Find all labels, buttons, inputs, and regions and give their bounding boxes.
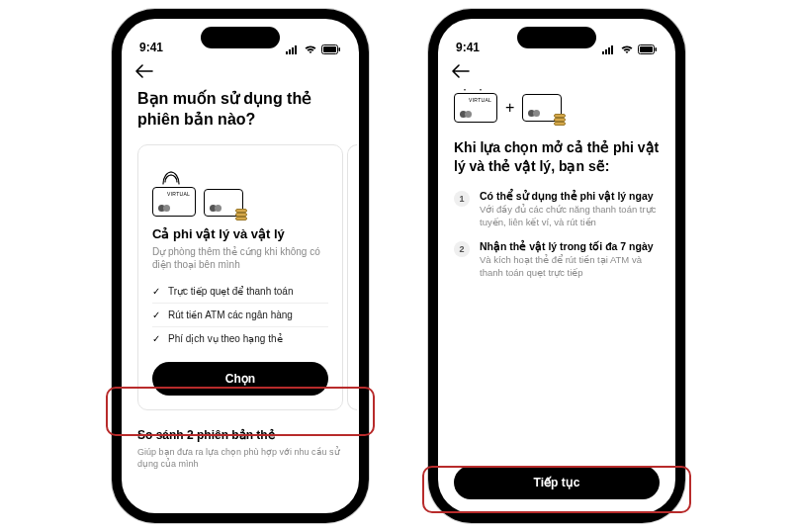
svg-rect-13 bbox=[656, 47, 658, 51]
svg-rect-8 bbox=[605, 49, 607, 54]
check-icon: ✓ bbox=[152, 333, 160, 344]
feature-text: Trực tiếp quẹt để thanh toán bbox=[168, 286, 293, 297]
arrow-left-icon bbox=[135, 64, 153, 78]
svg-rect-7 bbox=[602, 51, 604, 54]
check-icon: ✓ bbox=[152, 310, 160, 320]
wifi-icon bbox=[620, 44, 634, 54]
feature-item: ✓ Rút tiền ATM các ngân hàng bbox=[152, 306, 328, 324]
content-area-2: VIRTUAL + Khi lựa chọn mở cả thẻ phi vật… bbox=[438, 89, 675, 456]
back-button[interactable] bbox=[452, 62, 470, 83]
feature-text: Rút tiền ATM các ngân hàng bbox=[168, 310, 293, 320]
step-subtitle: Và kích hoạt thẻ để rút tiền tại ATM và … bbox=[480, 254, 660, 280]
virtual-card-icon: VIRTUAL bbox=[152, 187, 196, 217]
virtual-card-icon: VIRTUAL bbox=[454, 93, 497, 123]
compare-title: So sánh 2 phiên bản thẻ bbox=[137, 428, 343, 442]
next-card-peek[interactable] bbox=[347, 144, 357, 410]
svg-rect-1 bbox=[289, 49, 291, 54]
feature-item: ✓ Trực tiếp quẹt để thanh toán bbox=[152, 282, 328, 301]
status-icons bbox=[286, 44, 341, 54]
notch bbox=[517, 27, 596, 48]
page-title: Bạn muốn sử dụng thẻ phiên bản nào? bbox=[137, 89, 343, 131]
step-number: 2 bbox=[454, 241, 470, 257]
battery-icon bbox=[321, 44, 341, 54]
option-card-both[interactable]: VIRTUAL Cả phi vật lý và vật lý Dự phòng… bbox=[137, 144, 343, 410]
svg-rect-10 bbox=[611, 45, 613, 54]
page-title: Khi lựa chọn mở cả thẻ phi vật lý và thẻ… bbox=[454, 138, 660, 176]
continue-button[interactable]: Tiếp tục bbox=[454, 466, 660, 499]
screen-1: 9:41 Bạn muốn sử dụng thẻ phiên bản nào? bbox=[122, 19, 359, 513]
svg-rect-9 bbox=[608, 47, 610, 54]
illustration-combo: VIRTUAL + bbox=[454, 93, 660, 123]
notch bbox=[201, 27, 280, 48]
step-title: Nhận thẻ vật lý trong tối đa 7 ngày bbox=[480, 240, 660, 252]
compare-subtitle: Giúp bạn đưa ra lựa chọn phù hợp với nhu… bbox=[137, 446, 343, 470]
feature-text: Phí dịch vụ theo hạng thẻ bbox=[168, 333, 283, 344]
check-icon: ✓ bbox=[152, 286, 160, 297]
plus-icon: + bbox=[505, 99, 514, 117]
svg-rect-0 bbox=[286, 51, 288, 54]
coins-icon bbox=[554, 112, 568, 126]
step-subtitle: Với đầy đủ các chức năng thanh toán trực… bbox=[480, 204, 660, 229]
nfc-icon bbox=[162, 171, 180, 188]
svg-rect-5 bbox=[323, 46, 336, 52]
virtual-label: VIRTUAL bbox=[469, 97, 491, 103]
svg-rect-2 bbox=[292, 47, 294, 54]
card-subtitle: Dự phòng thêm thẻ cứng khi không có điện… bbox=[152, 245, 328, 272]
svg-rect-12 bbox=[640, 46, 653, 52]
card-illustration: VIRTUAL bbox=[152, 159, 328, 217]
signal-icon bbox=[602, 44, 616, 54]
phone-mockup-1: 9:41 Bạn muốn sử dụng thẻ phiên bản nào? bbox=[112, 9, 369, 523]
battery-icon bbox=[638, 44, 658, 54]
card-heading: Cả phi vật lý và vật lý bbox=[152, 226, 328, 241]
coins-icon bbox=[235, 207, 249, 221]
svg-rect-3 bbox=[295, 45, 297, 54]
choose-button[interactable]: Chọn bbox=[152, 362, 328, 396]
nav-bar bbox=[438, 56, 675, 89]
status-time: 9:41 bbox=[456, 41, 480, 54]
compare-section[interactable]: So sánh 2 phiên bản thẻ Giúp bạn đưa ra … bbox=[137, 428, 343, 476]
signal-icon bbox=[286, 44, 300, 54]
screen-2: 9:41 VIRTUAL bbox=[438, 19, 675, 513]
svg-rect-6 bbox=[339, 47, 341, 51]
step-1: 1 Có thể sử dụng thẻ phi vật lý ngay Với… bbox=[454, 190, 660, 229]
step-number: 1 bbox=[454, 191, 470, 207]
back-button[interactable] bbox=[135, 62, 153, 83]
bottom-bar: Tiếp tục bbox=[438, 456, 675, 513]
status-time: 9:41 bbox=[139, 41, 163, 54]
step-2: 2 Nhận thẻ vật lý trong tối đa 7 ngày Và… bbox=[454, 240, 660, 280]
content-area-1: Bạn muốn sử dụng thẻ phiên bản nào? VIRT… bbox=[122, 89, 359, 513]
step-title: Có thể sử dụng thẻ phi vật lý ngay bbox=[480, 190, 660, 202]
phone-mockup-2: 9:41 VIRTUAL bbox=[428, 9, 685, 523]
feature-list: ✓ Trực tiếp quẹt để thanh toán ✓ Rút tiề… bbox=[152, 282, 328, 348]
status-icons bbox=[602, 44, 658, 54]
wifi-icon bbox=[304, 44, 317, 54]
virtual-label: VIRTUAL bbox=[167, 191, 190, 197]
feature-item: ✓ Phí dịch vụ theo hạng thẻ bbox=[152, 329, 328, 348]
arrow-left-icon bbox=[452, 64, 470, 78]
nav-bar bbox=[122, 56, 359, 89]
